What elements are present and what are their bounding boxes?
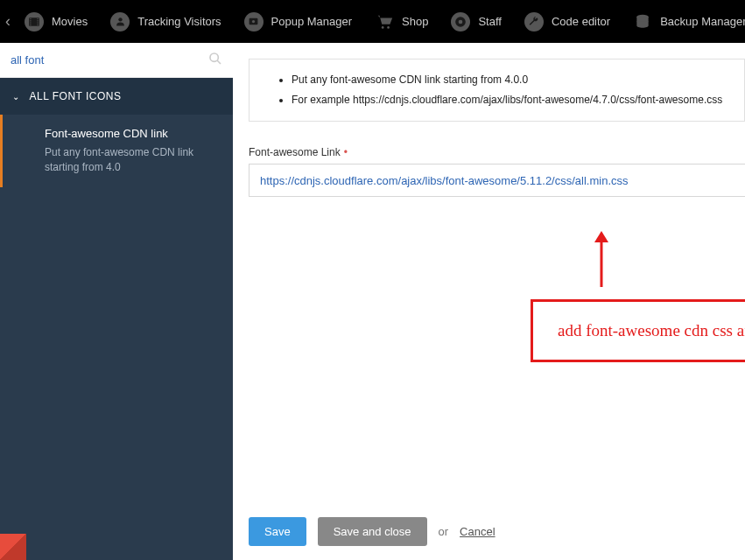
svg-rect-5 xyxy=(38,18,39,18)
nav-item-shop[interactable]: Shop xyxy=(363,0,439,43)
search-input[interactable] xyxy=(11,53,208,66)
svg-rect-3 xyxy=(30,22,31,23)
svg-line-18 xyxy=(217,60,221,64)
nav-label: Code editor xyxy=(552,15,610,28)
svg-rect-1 xyxy=(30,18,31,18)
info-line: For example https://cdnjs.cloudflare.com… xyxy=(292,90,735,110)
main-layout: ⌄ ALL FONT ICONS Font-awesome CDN link P… xyxy=(0,43,745,560)
svg-point-13 xyxy=(387,26,390,29)
svg-rect-8 xyxy=(38,24,39,24)
nav-label: Staff xyxy=(478,15,502,28)
search-icon[interactable] xyxy=(208,52,222,69)
svg-point-9 xyxy=(118,18,122,21)
nav-item-code-editor[interactable]: Code editor xyxy=(513,0,622,43)
nav-label: Popup Manager xyxy=(271,15,353,28)
film-icon xyxy=(25,12,44,32)
nav-item-popup[interactable]: Popup Manager xyxy=(233,0,364,43)
save-button[interactable]: Save xyxy=(249,517,306,546)
corner-logo xyxy=(0,534,26,560)
annotation-arrow xyxy=(592,231,611,292)
font-awesome-link-input[interactable] xyxy=(260,174,734,187)
nav-label: Shop xyxy=(402,15,428,28)
svg-rect-2 xyxy=(30,20,31,21)
section-header[interactable]: ⌄ ALL FONT ICONS xyxy=(0,78,233,115)
cart-icon xyxy=(375,12,394,32)
user-icon xyxy=(110,12,130,32)
svg-rect-7 xyxy=(38,22,39,23)
svg-marker-20 xyxy=(594,231,608,242)
sidebar-item-title: Font-awesome CDN link xyxy=(45,127,221,140)
svg-point-11 xyxy=(252,20,255,23)
nav-prev-icon[interactable]: ‹ xyxy=(3,12,13,31)
info-line: Put any font-awesome CDN link starting f… xyxy=(292,70,735,90)
search-bar xyxy=(0,43,233,78)
sidebar-item-description: Put any font-awesome CDN link starting f… xyxy=(45,145,221,175)
main-content: Put any font-awesome CDN link starting f… xyxy=(233,43,745,560)
nav-item-tracking[interactable]: Tracking Visitors xyxy=(99,0,232,43)
nav-item-movies[interactable]: Movies xyxy=(13,0,99,43)
save-close-button[interactable]: Save and close xyxy=(318,517,427,546)
annotation-text: add font-awesome cdn css and save it xyxy=(558,321,745,340)
nav-item-backup[interactable]: Backup Manager xyxy=(622,0,745,43)
svg-point-15 xyxy=(459,19,463,24)
popup-icon xyxy=(244,12,264,32)
wrench-icon xyxy=(524,12,544,32)
cancel-link[interactable]: Cancel xyxy=(460,525,495,538)
sidebar-item-cdn-link[interactable]: Font-awesome CDN link Put any font-aweso… xyxy=(0,115,233,187)
svg-rect-4 xyxy=(30,24,31,24)
top-navigation: ‹ Movies Tracking Visitors Popup Manager… xyxy=(0,0,745,43)
sidebar: ⌄ ALL FONT ICONS Font-awesome CDN link P… xyxy=(0,43,233,560)
field-label: Font-awesome Link• xyxy=(249,146,745,158)
field-input-wrap xyxy=(249,164,745,197)
svg-point-12 xyxy=(382,26,384,29)
footer-or-text: or xyxy=(439,525,449,538)
svg-point-17 xyxy=(210,53,218,61)
chevron-down-icon: ⌄ xyxy=(12,92,20,102)
footer-actions: Save Save and close or Cancel xyxy=(233,503,745,560)
nav-label: Movies xyxy=(52,15,88,28)
database-icon xyxy=(633,12,652,32)
info-box: Put any font-awesome CDN link starting f… xyxy=(249,59,745,122)
section-title: ALL FONT ICONS xyxy=(30,90,122,102)
required-indicator: • xyxy=(344,146,348,158)
nav-label: Tracking Visitors xyxy=(137,15,221,28)
annotation-box: add font-awesome cdn css and save it xyxy=(531,299,745,362)
life-ring-icon xyxy=(451,12,470,32)
nav-item-staff[interactable]: Staff xyxy=(439,0,513,43)
svg-rect-6 xyxy=(38,20,39,21)
nav-label: Backup Manager xyxy=(660,15,745,28)
